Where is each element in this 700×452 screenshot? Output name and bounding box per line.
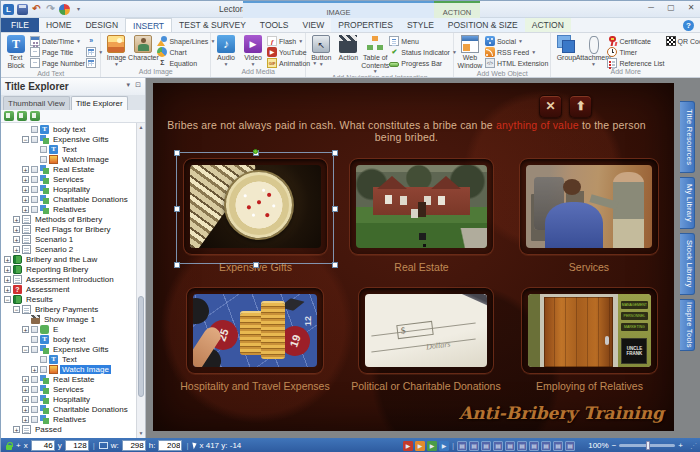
scroll-up-icon[interactable]: ▲ <box>137 123 145 132</box>
scroll-down-icon[interactable]: ▼ <box>137 429 145 438</box>
zoom-out-button[interactable]: − <box>612 441 617 450</box>
minimize-button[interactable]: ─ <box>645 3 657 12</box>
tab-design[interactable]: DESIGN <box>78 18 125 32</box>
publish-icon[interactable]: ▶ <box>439 441 449 451</box>
redo-icon[interactable]: ↷ <box>45 4 56 15</box>
certificate-button[interactable]: Certificate <box>607 36 664 46</box>
tile-roulette[interactable]: 251912Hospitality and Travel Expenses <box>186 287 324 374</box>
tree-item[interactable]: +Charitable Donations <box>1 194 136 204</box>
status-indicator-button[interactable]: ✔Status Indicator▼ <box>389 47 457 57</box>
progress-bar-button[interactable]: Progress Bar <box>389 58 457 68</box>
tree-item[interactable]: +Relatives <box>1 204 136 214</box>
tree-item[interactable]: −Bribery Payments <box>1 304 136 314</box>
w-input[interactable] <box>122 440 146 451</box>
action-button[interactable]: Action <box>335 34 361 74</box>
slide-home-button[interactable]: ⬆ <box>569 95 592 118</box>
social-button[interactable]: Social▼ <box>485 36 548 46</box>
tree-item[interactable]: Tbody text <box>1 124 136 134</box>
lectora-logo[interactable]: L <box>3 4 14 15</box>
reference-list-button[interactable]: Reference List <box>607 58 664 68</box>
image-button[interactable]: Image▼ <box>103 34 129 68</box>
tree-item[interactable]: +Charitable Donations <box>1 404 136 414</box>
tree-item[interactable]: +?Assessment <box>1 284 136 294</box>
maximize-button[interactable]: ▢ <box>665 3 677 12</box>
close-button[interactable]: ✕ <box>685 3 697 12</box>
tree-item[interactable]: +Scenario 1 <box>1 234 136 244</box>
page-title-button[interactable]: Page Title <box>30 47 85 57</box>
tab-style[interactable]: STYLE <box>400 18 441 32</box>
y-input[interactable] <box>65 440 89 451</box>
run-icon[interactable] <box>59 4 70 15</box>
tab-position-size[interactable]: POSITION & SIZE <box>441 18 525 32</box>
h-input[interactable] <box>158 440 182 451</box>
tree-item[interactable]: +Passed <box>1 424 136 434</box>
resize-grip[interactable]: ⋰ <box>690 442 697 450</box>
web-window-button[interactable]: Web Window <box>456 34 484 70</box>
explorer-tab-title-explorer[interactable]: Title Explorer <box>71 96 128 110</box>
side-tab-inspire-tools[interactable]: Inspire Tools <box>680 299 695 351</box>
add-page-icon[interactable] <box>30 111 40 121</box>
tree-item[interactable]: TText <box>1 144 136 154</box>
help-icon[interactable]: ? <box>683 20 694 31</box>
selection-handle[interactable] <box>253 150 259 156</box>
x-input[interactable] <box>31 440 55 451</box>
qr-code-button[interactable]: QR Code <box>666 36 700 46</box>
tab-action[interactable]: ACTION <box>525 18 571 32</box>
tree-item[interactable]: +Red Flags for Bribery <box>1 224 136 234</box>
html-extension-button[interactable]: </>HTML Extension <box>485 58 548 68</box>
tab-file[interactable]: FILE <box>1 18 39 32</box>
tree-item[interactable]: +Services <box>1 384 136 394</box>
audio-button[interactable]: ♪Audio▼ <box>213 34 239 68</box>
align-right-icon[interactable]: ▤ <box>481 441 491 451</box>
add-chapter-icon[interactable] <box>4 111 14 121</box>
save-icon[interactable] <box>17 4 28 15</box>
more-icon[interactable]: ▾ <box>73 4 84 15</box>
tree-item[interactable]: −Expensive Gifts <box>1 134 136 144</box>
tree-item[interactable]: +E <box>1 324 136 334</box>
tab-test-survey[interactable]: TEST & SURVEY <box>172 18 253 32</box>
timer-button[interactable]: Timer <box>607 47 664 57</box>
lock-icon[interactable] <box>5 442 13 450</box>
menu-button[interactable]: Menu <box>389 36 457 46</box>
scroll-thumb[interactable] <box>138 296 144 397</box>
button-button[interactable]: ↖Button▼ <box>308 34 334 74</box>
tree-item[interactable]: TText <box>1 354 136 364</box>
preview-in-browser-icon[interactable]: ▶ <box>427 441 437 451</box>
selection-handle[interactable] <box>174 150 180 156</box>
same-width-icon[interactable]: ▤ <box>529 441 539 451</box>
page-number-button[interactable]: Page Number <box>30 58 85 68</box>
selection-handle[interactable] <box>332 150 338 156</box>
tree-item[interactable]: +Watch Image <box>1 364 136 374</box>
selection-handle[interactable] <box>332 206 338 212</box>
equation-button[interactable]: ΣEquation <box>157 58 215 68</box>
tree-item[interactable]: +Reporting Bribery <box>1 264 136 274</box>
side-tab-stock-library[interactable]: Stock Library <box>680 233 695 295</box>
space-horizontal-icon[interactable]: ▤ <box>553 441 563 451</box>
same-height-icon[interactable]: ▤ <box>541 441 551 451</box>
tile-barber[interactable]: Services <box>519 158 659 255</box>
tree-item[interactable]: +Bribery and the Law <box>1 254 136 264</box>
text-block-button[interactable]: TText Block <box>3 34 29 70</box>
add-section-icon[interactable] <box>17 111 27 121</box>
pin-icon[interactable]: ⊡ <box>135 81 141 89</box>
slide[interactable]: ✕ ⬆ Bribes are not always paid in cash. … <box>153 83 674 431</box>
tree-item[interactable]: +Scenario 2 <box>1 244 136 254</box>
tile-door[interactable]: MANAGEMENTPERSONNELMARKETINGUNCLE FRANKE… <box>521 287 658 374</box>
tree-item[interactable]: +Relatives <box>1 414 136 424</box>
tree-item[interactable]: +Methods of Bribery <box>1 214 136 224</box>
preview-mode-icon[interactable]: ▶ <box>415 441 425 451</box>
tab-properties[interactable]: PROPERTIES <box>331 18 400 32</box>
tree-item[interactable]: +Hospitality <box>1 184 136 194</box>
tab-tools[interactable]: TOOLS <box>253 18 296 32</box>
slide-heading-text[interactable]: Bribes are not always paid in cash. What… <box>153 119 660 143</box>
tile-check[interactable]: $DollarsPolitical or Charitable Donation… <box>358 287 494 374</box>
side-tab-my-library[interactable]: My Library <box>680 177 695 229</box>
selection-handle[interactable] <box>174 206 180 212</box>
align-left-icon[interactable]: ▤ <box>457 441 467 451</box>
attachment-button[interactable]: Attachment▼ <box>580 34 606 68</box>
run-mode-icon[interactable]: ▶ <box>403 441 413 451</box>
tab-view[interactable]: VIEW <box>296 18 332 32</box>
group-button[interactable]: Group <box>553 34 579 68</box>
align-bottom-icon[interactable]: ▤ <box>517 441 527 451</box>
tab-home[interactable]: HOME <box>39 18 79 32</box>
